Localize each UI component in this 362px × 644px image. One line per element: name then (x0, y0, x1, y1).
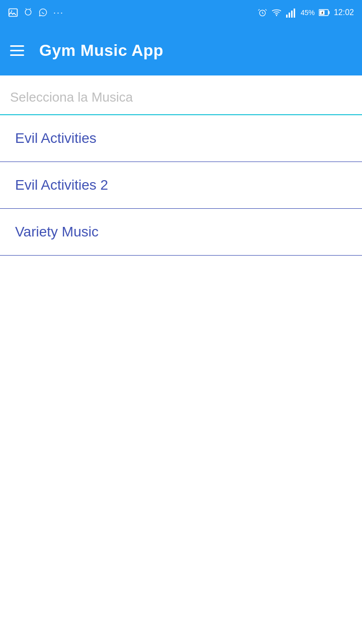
list-item[interactable]: Evil Activities (0, 115, 362, 162)
svg-rect-5 (289, 13, 290, 18)
search-area: Selecciona la Musica (0, 75, 362, 115)
svg-rect-4 (286, 15, 288, 18)
list-item-label: Evil Activities 2 (15, 177, 108, 193)
list-item-label: Evil Activities (15, 130, 97, 146)
svg-rect-7 (294, 9, 295, 18)
hamburger-line-2 (10, 50, 24, 51)
hamburger-line-3 (10, 54, 24, 56)
list-item-label: Variety Music (15, 224, 99, 239)
status-bar: ··· 45% 12:02 (0, 0, 362, 25)
battery-icon (319, 9, 330, 16)
content-area: Selecciona la Musica Evil Activities Evi… (0, 75, 362, 256)
whatsapp-icon (38, 8, 48, 18)
status-time: 12:02 (334, 8, 354, 17)
more-icon: ··· (53, 8, 64, 18)
hamburger-menu-button[interactable] (10, 45, 24, 56)
svg-rect-9 (328, 11, 329, 14)
search-placeholder-text: Selecciona la Musica (10, 90, 133, 105)
status-bar-left-icons: ··· (8, 8, 64, 18)
animal-icon (23, 8, 33, 18)
hamburger-line-1 (10, 45, 24, 47)
signal-icon (286, 8, 297, 18)
app-bar: Gym Music App (0, 25, 362, 75)
alarm-icon (257, 8, 267, 18)
list-item[interactable]: Evil Activities 2 (0, 162, 362, 209)
svg-rect-0 (9, 9, 18, 17)
wifi-icon (272, 8, 282, 18)
svg-point-3 (276, 15, 278, 17)
status-bar-right-icons: 45% 12:02 (257, 8, 354, 18)
gallery-icon (8, 8, 18, 18)
app-title: Gym Music App (39, 41, 163, 60)
svg-point-1 (11, 11, 12, 12)
battery-percentage: 45% (301, 9, 315, 17)
svg-rect-6 (291, 11, 293, 18)
list-item[interactable]: Variety Music (0, 209, 362, 256)
